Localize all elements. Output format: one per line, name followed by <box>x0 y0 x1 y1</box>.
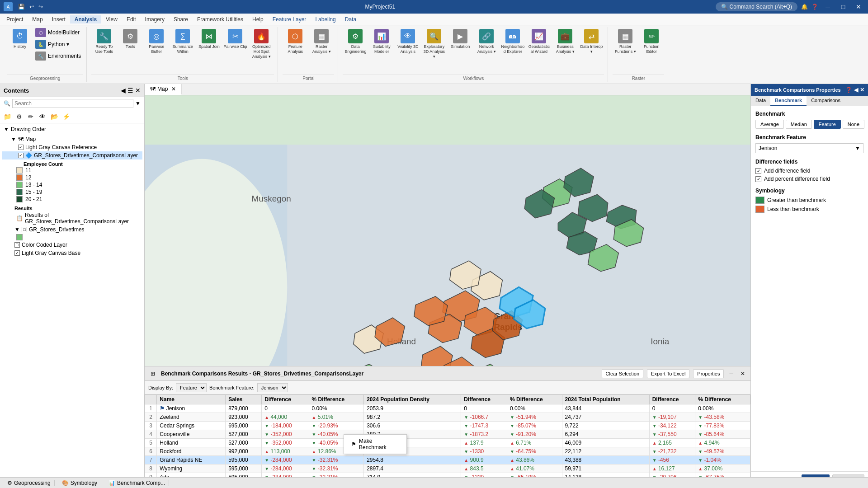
maximize-btn[interactable]: □ <box>837 2 849 11</box>
search-input[interactable] <box>12 99 133 108</box>
col-density-pct[interactable]: % Difference <box>507 395 562 404</box>
menu-labeling[interactable]: Labeling <box>311 15 340 23</box>
properties-auto-hide-btn[interactable]: ◀ <box>854 87 858 93</box>
table-container[interactable]: Name Sales Difference % Difference 2024 … <box>145 394 750 488</box>
table-properties-btn[interactable]: Properties <box>693 369 724 378</box>
export-excel-btn[interactable]: Export To Excel <box>647 369 689 378</box>
col-pop-pct[interactable]: % Difference <box>695 395 750 404</box>
col-total-pop[interactable]: 2024 Total Population <box>562 395 649 404</box>
ribbon-btn-business[interactable]: 💼 Business Analysis ▾ <box>552 27 578 56</box>
drawing-order-header[interactable]: ▼ Drawing Order <box>2 125 142 133</box>
quick-access-redo[interactable]: ↪ <box>37 4 45 10</box>
menu-project[interactable]: Project <box>2 15 28 23</box>
properties-close-btn[interactable]: ✕ <box>860 87 864 93</box>
ribbon-btn-pairwise-clip[interactable]: ✂ Pairwise Clip <box>222 27 248 51</box>
ribbon-btn-raster-analysis[interactable]: ▦ Raster Analysis ▾ <box>309 27 334 56</box>
ribbon-btn-simulation[interactable]: ▶ Simulation <box>448 27 473 51</box>
menu-feature-layer[interactable]: Feature Layer <box>268 15 311 23</box>
ribbon-btn-summarize[interactable]: ∑ Summarize Within <box>170 27 195 56</box>
symbology-status[interactable]: 🎨 Symbology <box>58 480 101 486</box>
sidebar-item-gr-stores-comparison[interactable]: ✓ 🔷 GR_Stores_Drivetimes_ComparisonsLaye… <box>2 151 142 160</box>
filter-btn[interactable]: ⚡ <box>61 111 71 122</box>
col-diff[interactable]: Difference <box>262 395 309 404</box>
table-row[interactable]: 7 Grand Rapids NE 595,000 ▼ -284,000 ▼ -… <box>145 456 750 465</box>
col-name[interactable]: Name <box>157 395 226 404</box>
search-menu-btn[interactable]: ▼ <box>135 100 141 107</box>
menu-map[interactable]: Map <box>28 15 47 23</box>
benchmark-feature-btn[interactable]: Feature <box>814 120 841 129</box>
properties-tab-benchmark[interactable]: Benchmark <box>770 96 807 106</box>
checkbox-add-difference[interactable]: ✓ <box>755 168 761 174</box>
menu-view[interactable]: View <box>101 15 122 23</box>
ribbon-btn-raster-functions[interactable]: ▦ Raster Functions ▾ <box>613 27 638 56</box>
col-pop-diff[interactable]: Difference <box>649 395 695 404</box>
ribbon-btn-network[interactable]: 🔗 Network Analysis ▾ <box>474 27 499 56</box>
greater-than-swatch[interactable] <box>755 197 764 204</box>
help-icon[interactable]: ❓ <box>811 4 818 10</box>
benchmark-status[interactable]: 📊 Benchmark Comp... <box>105 480 169 486</box>
table-row[interactable]: 4 Coopersville 527,000 ▼ -352,000 ▼ -40.… <box>145 430 750 439</box>
menu-help[interactable]: Help <box>248 15 268 23</box>
benchmark-median-btn[interactable]: Median <box>786 120 812 129</box>
sidebar-close[interactable]: ✕ <box>135 87 141 94</box>
group-layer-btn[interactable]: 📂 <box>49 111 60 122</box>
geoprocessing-status[interactable]: ⚙ Geoprocessing <box>4 480 55 486</box>
menu-share[interactable]: Share <box>169 15 193 23</box>
table-row[interactable]: 3 Cedar Springs 695,000 ▼ -184,000 ▼ -20… <box>145 422 750 430</box>
ribbon-btn-geostatistical[interactable]: 📈 Geostatistical Wizard <box>526 27 552 56</box>
benchmark-feature-select[interactable]: Jenison <box>257 383 288 392</box>
benchmark-none-btn[interactable]: None <box>843 120 864 129</box>
benchmark-feature-dropdown[interactable]: Jenison ▼ <box>755 143 863 153</box>
view-layer-btn[interactable]: 👁 <box>37 111 48 122</box>
table-collapse-btn[interactable]: ─ <box>727 371 735 377</box>
properties-tab-comparisons[interactable]: Comparisons <box>807 96 845 106</box>
col-pct-diff[interactable]: % Difference <box>309 395 364 404</box>
checkbox-gr-drivetimes[interactable]: □ <box>22 227 27 232</box>
ribbon-btn-spatial-join[interactable]: ⋈ Spatial Join <box>196 27 222 51</box>
map-tab[interactable]: 🗺 Map ✕ <box>145 84 182 95</box>
ribbon-btn-suitability[interactable]: 📊 Suitability Modeler <box>369 27 394 56</box>
ribbon-btn-hotspot[interactable]: 🔥 Optimized Hot Spot Analysis ▾ <box>249 27 274 61</box>
make-benchmark-item[interactable]: ⚑ Make Benchmark <box>344 436 406 453</box>
table-close-btn[interactable]: ✕ <box>739 371 747 377</box>
benchmark-avg-btn[interactable]: Average <box>755 120 784 129</box>
ribbon-btn-data-interop[interactable]: ⇄ Data Interop ▾ <box>579 27 604 56</box>
checkbox-color-coded[interactable]: □ <box>14 242 20 248</box>
quick-access-undo[interactable]: ↩ <box>28 4 36 10</box>
ribbon-btn-environments[interactable]: 🔧 Environments <box>33 51 83 61</box>
col-density-diff[interactable]: Difference <box>461 395 507 404</box>
properties-tab-data[interactable]: Data <box>751 96 770 106</box>
ribbon-btn-feature-analysis[interactable]: ⬡ Feature Analysis <box>283 27 308 56</box>
less-than-swatch[interactable] <box>755 206 764 213</box>
sidebar-item-color-coded[interactable]: □ Color Coded Layer <box>2 241 142 249</box>
ribbon-btn-data-engineering[interactable]: ⚙ Data Engineering <box>343 27 368 56</box>
menu-insert[interactable]: Insert <box>47 15 70 23</box>
table-row[interactable]: 8 Wyoming 595,000 ▼ -284,000 ▼ -32.31% 2… <box>145 465 750 473</box>
menu-data[interactable]: Data <box>340 15 361 23</box>
sidebar-item-gr-stores-drivetimes[interactable]: ▼ □ GR_Stores_Drivetimes <box>2 225 142 234</box>
notification-icon[interactable]: 🔔 <box>801 4 808 10</box>
ribbon-btn-pairwise-buffer[interactable]: ◎ Pairwise Buffer <box>144 27 169 56</box>
sidebar-menu[interactable]: ☰ <box>127 87 133 94</box>
checkbox-light-gray-base[interactable]: ✓ <box>14 250 20 256</box>
sidebar-auto-hide[interactable]: ◀ <box>121 87 126 94</box>
table-row[interactable]: 6 Rockford 992,000 ▲ 113,000 ▲ 12.86% 72… <box>145 447 750 456</box>
minimize-btn[interactable]: ─ <box>822 2 834 11</box>
layer-properties-btn[interactable]: ⚙ <box>14 111 24 122</box>
table-row[interactable]: 1 ⚑ Jenison 879,000 0 0.00% 2053.9 0 0.0… <box>145 404 750 413</box>
map-tab-close[interactable]: ✕ <box>171 86 176 92</box>
col-pop-density[interactable]: 2024 Population Density <box>364 395 461 404</box>
search-bar[interactable]: 🔍 Command Search (Alt+Q) <box>716 2 797 11</box>
ribbon-btn-exploratory[interactable]: 🔍 Exploratory 3D Analysis ▾ <box>421 27 447 61</box>
checkbox-add-pct-difference[interactable]: ✓ <box>755 176 761 182</box>
sidebar-item-results-layer[interactable]: 📋 Results of GR_Stores_Drivetimes_Compar… <box>2 211 142 225</box>
ribbon-btn-visibility[interactable]: 👁 Visibility 3D Analysis <box>395 27 420 56</box>
ribbon-btn-function-editor[interactable]: ✏ Function Editor <box>639 27 664 56</box>
menu-analysis[interactable]: Analysis <box>70 15 101 23</box>
checkbox-light-gray-ref[interactable]: ✓ <box>18 145 24 150</box>
edit-layer-btn[interactable]: ✏ <box>25 111 36 122</box>
ribbon-btn-modelbuilder[interactable]: ⬡ ModelBuilder <box>33 27 83 38</box>
close-btn[interactable]: ✕ <box>853 2 864 11</box>
add-layer-btn[interactable]: 📁 <box>2 111 13 122</box>
table-row[interactable]: 2 Zeeland 923,000 ▲ 44,000 ▲ 5.01% 987.2… <box>145 413 750 422</box>
